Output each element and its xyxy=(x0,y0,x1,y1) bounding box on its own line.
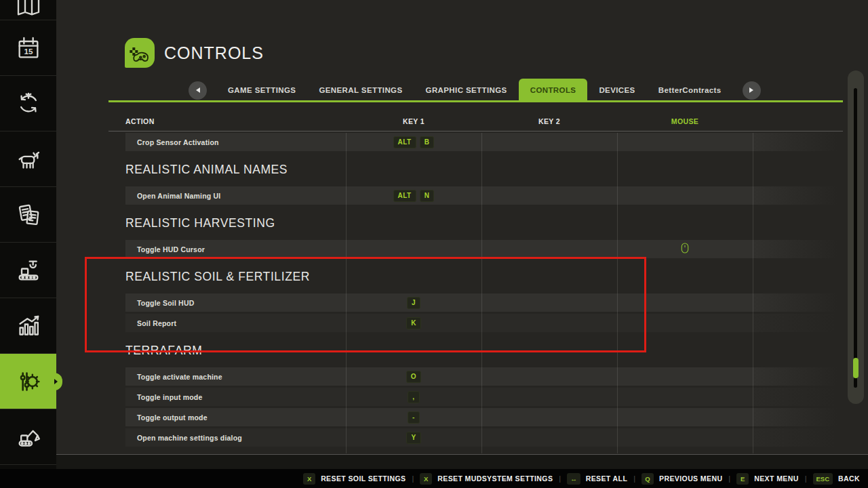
keycap: , xyxy=(408,391,420,403)
footer-separator: | xyxy=(633,474,635,483)
footer-button-previous-menu[interactable]: QPREVIOUS MENU xyxy=(642,473,722,485)
section-title: REALISTIC SOIL & FERTILIZER xyxy=(125,270,841,284)
control-row[interactable]: Toggle Soil HUDJ xyxy=(125,293,841,312)
action-label: Toggle HUD Cursor xyxy=(125,245,346,253)
tab-graphic-settings[interactable]: GRAPHIC SETTINGS xyxy=(414,79,519,102)
action-label: Soil Report xyxy=(125,319,346,327)
construction-icon xyxy=(15,424,42,451)
key1-binding[interactable]: - xyxy=(346,411,481,424)
footer-keycap: Q xyxy=(642,473,654,485)
keycap: O xyxy=(406,371,421,383)
sidebar-item-statistics[interactable] xyxy=(0,298,56,354)
column-header-key1: KEY 1 xyxy=(346,117,481,125)
active-item-notch xyxy=(49,373,62,390)
footer-keycap: ↔ xyxy=(567,473,580,485)
control-row[interactable]: Crop Sensor ActivationALTB xyxy=(125,133,841,151)
footer-keycap: E xyxy=(736,473,749,485)
scrollbar-thumb[interactable] xyxy=(853,358,859,378)
tab-game-settings[interactable]: GAME SETTINGS xyxy=(216,79,307,102)
left-arrow-icon[interactable] xyxy=(189,81,207,100)
action-label: Open Animal Naming UI xyxy=(125,192,346,200)
action-label: Toggle input mode xyxy=(125,393,346,401)
key1-binding[interactable]: O xyxy=(346,371,481,383)
settings-icon xyxy=(15,368,42,395)
footer-bar: XRESET SOIL SETTINGS|XRESET MUDSYSTEM SE… xyxy=(0,469,868,488)
tab-general-settings[interactable]: GENERAL SETTINGS xyxy=(307,79,414,102)
map-icon xyxy=(15,0,42,19)
mouse-icon xyxy=(681,243,689,256)
calendar-icon: 15 xyxy=(15,35,42,62)
svg-text:15: 15 xyxy=(24,47,33,56)
control-row[interactable]: Toggle input mode, xyxy=(125,388,841,406)
action-label: Open machine settings dialog xyxy=(125,434,346,442)
table-header: ACTION KEY 1 KEY 2 MOUSE xyxy=(125,117,841,129)
footer-separator: | xyxy=(412,474,414,483)
footer-button-next-menu[interactable]: ENEXT MENU xyxy=(736,473,798,485)
section-title: TERRAFARM xyxy=(125,344,841,358)
footer-keycap: X xyxy=(420,473,432,485)
key1-binding[interactable]: ALTB xyxy=(346,136,481,148)
control-row[interactable]: Toggle HUD Cursor xyxy=(125,240,841,258)
column-header-mouse: MOUSE xyxy=(617,117,753,125)
statistics-icon xyxy=(15,312,42,340)
key1-binding[interactable]: K xyxy=(346,317,481,329)
footer-label: RESET SOIL SETTINGS xyxy=(321,474,406,483)
sidebar-item-map[interactable] xyxy=(0,0,56,20)
scrollbar-track[interactable] xyxy=(854,88,857,388)
key1-binding[interactable]: Y xyxy=(346,432,481,444)
footer-button-back[interactable]: ESCBACK xyxy=(813,473,860,485)
mouse-binding[interactable] xyxy=(617,243,753,256)
production-icon xyxy=(15,257,42,284)
tab-devices[interactable]: DEVICES xyxy=(587,79,646,102)
scrollbar[interactable] xyxy=(848,70,864,404)
section-title: REALISTIC HARVESTING xyxy=(125,216,841,230)
sidebar-item-calendar[interactable]: 15 xyxy=(0,20,56,76)
sidebar: 15 xyxy=(0,0,56,470)
keycap: B xyxy=(420,136,435,148)
sidebar-item-contracts[interactable] xyxy=(0,187,56,243)
sidebar-item-animals[interactable] xyxy=(0,131,56,187)
control-row[interactable]: Toggle output mode- xyxy=(125,408,841,426)
contracts-icon xyxy=(15,201,42,228)
gamepad-icon xyxy=(125,38,155,68)
keycap: N xyxy=(420,190,435,202)
control-row[interactable]: Toggle activate machineO xyxy=(125,367,841,386)
tab-bettercontracts[interactable]: BetterContracts xyxy=(647,79,733,102)
key1-binding[interactable]: ALTN xyxy=(346,190,481,202)
control-row[interactable]: Open machine settings dialogY xyxy=(125,428,841,447)
footer-label: PREVIOUS MENU xyxy=(659,474,722,483)
footer-button-reset-all[interactable]: ↔RESET ALL xyxy=(567,473,627,485)
column-header-action: ACTION xyxy=(125,117,155,125)
table-header-divider xyxy=(108,131,843,131)
right-arrow-icon[interactable] xyxy=(743,81,761,100)
footer-keycap: ESC xyxy=(813,473,833,485)
keycap: ALT xyxy=(393,136,416,148)
footer-keycap: X xyxy=(303,473,315,485)
footer-separator: | xyxy=(805,474,807,483)
footer-label: NEXT MENU xyxy=(754,474,798,483)
footer-label: RESET MUDSYSTEM SETTINGS xyxy=(437,474,553,483)
keycap: ALT xyxy=(393,190,416,202)
panel-bottom-gap xyxy=(56,455,868,469)
tab-bar: GAME SETTINGSGENERAL SETTINGSGRAPHIC SET… xyxy=(179,79,770,102)
footer-button-reset-mudsystem-settings[interactable]: XRESET MUDSYSTEM SETTINGS xyxy=(420,473,553,485)
sidebar-item-production[interactable] xyxy=(0,243,56,298)
page-title: CONTROLS xyxy=(164,43,264,63)
panel-bottom-edge xyxy=(56,454,868,455)
sidebar-item-construction[interactable] xyxy=(0,409,56,465)
key1-binding[interactable]: J xyxy=(346,297,481,309)
footer-separator: | xyxy=(559,474,561,483)
control-row[interactable]: Open Animal Naming UIALTN xyxy=(125,186,841,205)
footer-button-reset-soil-settings[interactable]: XRESET SOIL SETTINGS xyxy=(303,473,406,485)
control-row[interactable]: Soil ReportK xyxy=(125,314,841,332)
sidebar-item-crop-rotation[interactable] xyxy=(0,76,56,131)
animals-icon xyxy=(15,146,42,173)
action-label: Crop Sensor Activation xyxy=(125,138,346,146)
keycap: K xyxy=(406,317,421,329)
sidebar-item-settings[interactable] xyxy=(0,354,56,409)
key1-binding[interactable]: , xyxy=(346,391,481,403)
footer-separator: | xyxy=(728,474,730,483)
controls-settings-screen: CONTROLS GAME SETTINGSGENERAL SETTINGSGR… xyxy=(0,0,868,488)
tab-controls[interactable]: CONTROLS xyxy=(519,79,588,102)
action-label: Toggle activate machine xyxy=(125,373,346,381)
